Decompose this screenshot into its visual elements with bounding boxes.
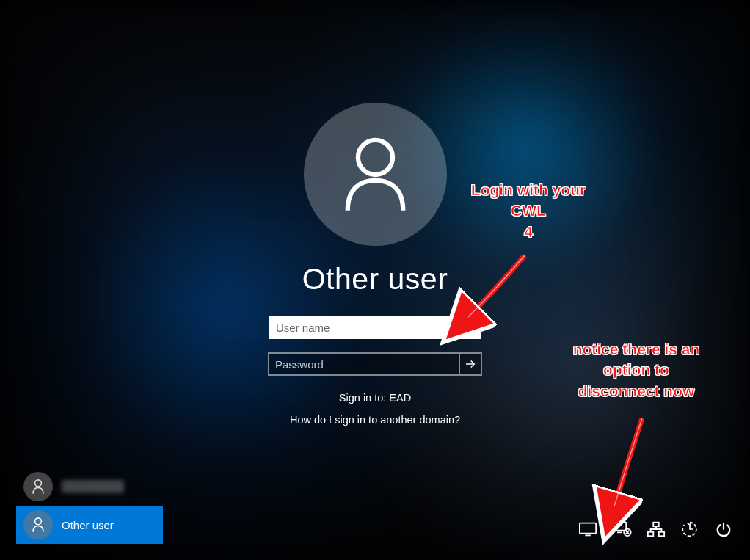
password-input[interactable] [268, 352, 459, 376]
username-input[interactable] [269, 316, 481, 339]
annotation-login-hint: Login with your CWL 4 [455, 180, 602, 242]
svg-point-2 [35, 518, 42, 525]
submit-button[interactable] [459, 352, 482, 376]
ease-of-access-icon[interactable] [680, 520, 700, 538]
annotation-disconnect-hint: notice there is an option to disconnect … [552, 339, 721, 401]
user-tile-obscured[interactable] [16, 468, 163, 506]
user-name-obscured [62, 480, 124, 493]
person-icon [31, 479, 45, 495]
svg-point-0 [357, 139, 392, 174]
user-avatar-large [304, 103, 447, 246]
svg-point-1 [35, 480, 42, 487]
svg-rect-8 [659, 532, 664, 537]
display-icon[interactable] [578, 520, 599, 538]
user-tile-other-user[interactable]: Other user [16, 506, 163, 544]
power-icon[interactable] [713, 520, 734, 538]
svg-rect-7 [648, 532, 653, 537]
svg-rect-3 [580, 523, 596, 534]
person-icon [341, 134, 410, 215]
annotation-arrow-login [455, 250, 543, 333]
user-list: Other user [16, 468, 163, 544]
other-domain-link[interactable]: How do I sign in to another domain? [177, 414, 573, 426]
avatar-small [23, 472, 53, 501]
user-tile-label: Other user [62, 519, 114, 531]
annotation-arrow-disconnect [602, 411, 675, 524]
person-icon [31, 517, 45, 533]
signin-domain-label: Sign in to: EAD [177, 392, 573, 404]
arrow-right-icon [464, 357, 477, 371]
avatar-small [23, 510, 53, 539]
